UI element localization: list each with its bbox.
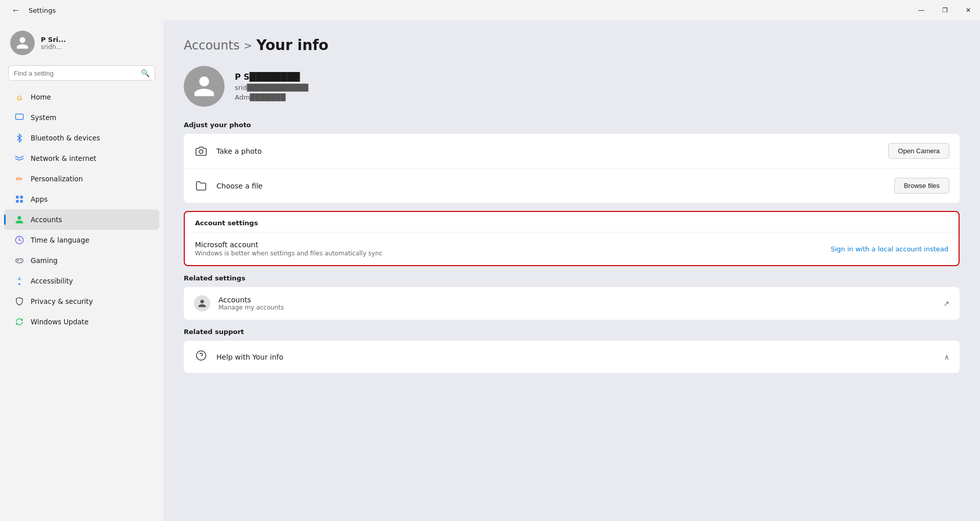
main-content: Accounts > Your info P S████████ srid███… [163, 20, 980, 521]
sidebar-item-network[interactable]: Network & internet [4, 148, 159, 169]
open-camera-action[interactable]: Open Camera [888, 143, 949, 159]
sidebar-item-apps[interactable]: Apps [4, 189, 159, 209]
avatar [10, 31, 35, 55]
svg-point-7 [199, 150, 203, 153]
adjust-photo-label: Adjust your photo [184, 121, 960, 129]
network-icon [14, 153, 24, 163]
camera-icon [194, 144, 208, 158]
sign-in-local-link[interactable]: Sign in with a local account instead [830, 245, 948, 253]
privacy-icon [14, 296, 24, 306]
nav-label-bluetooth: Bluetooth & devices [31, 134, 100, 142]
home-icon: ⌂ [14, 92, 24, 102]
open-camera-button[interactable]: Open Camera [888, 143, 949, 159]
apps-icon [14, 194, 24, 204]
sidebar-item-bluetooth[interactable]: Bluetooth & devices [4, 128, 159, 148]
browse-files-action[interactable]: Browse files [894, 178, 949, 194]
accessibility-icon [14, 276, 24, 286]
breadcrumb-current: Your info [256, 37, 328, 54]
user-profile[interactable]: P Sri... sridh... [0, 20, 163, 63]
nav-label-system: System [31, 113, 56, 122]
user-profile-email: srid████████████ [235, 84, 308, 91]
minimize-button[interactable]: — [910, 0, 933, 20]
photo-card: Take a photo Open Camera Choose a file B… [184, 134, 960, 203]
related-support-label: Related support [184, 328, 960, 336]
help-icon [194, 350, 208, 364]
user-name: P Sri... [41, 36, 66, 43]
nav-label-time: Time & language [31, 236, 89, 244]
close-button[interactable]: ✕ [957, 0, 980, 20]
nav-label-accounts: Accounts [31, 216, 62, 224]
microsoft-account-row: Microsoft account Windows is better when… [185, 232, 959, 265]
take-photo-label: Take a photo [216, 147, 880, 155]
related-settings-card: Accounts Manage my accounts ↗ [184, 287, 960, 320]
nav-section: ⌂ Home System Bluetooth & devices Netwo [0, 85, 163, 334]
gaming-icon [14, 255, 24, 266]
help-label: Help with Your info [216, 353, 936, 361]
chevron-up-icon: ∧ [944, 353, 949, 361]
time-icon [14, 235, 24, 245]
sidebar-item-home[interactable]: ⌂ Home [4, 87, 159, 107]
window-controls: — ❐ ✕ [910, 0, 980, 20]
back-button[interactable]: ← [8, 3, 23, 18]
sidebar: P Sri... sridh... 🔍 ⌂ Home System [0, 20, 163, 521]
help-card: Help with Your info ∧ [184, 341, 960, 373]
title-bar: ← Settings — ❐ ✕ [0, 0, 980, 20]
nav-label-home: Home [31, 93, 51, 101]
nav-label-gaming: Gaming [31, 256, 58, 265]
search-box[interactable]: 🔍 [8, 65, 155, 81]
microsoft-account-title: Microsoft account [195, 241, 822, 249]
breadcrumb: Accounts > Your info [184, 37, 960, 54]
svg-point-6 [19, 277, 20, 279]
account-settings-header: Account settings [185, 212, 959, 232]
external-link-icon: ↗ [943, 299, 949, 307]
nav-label-update: Windows Update [31, 318, 88, 326]
nav-label-apps: Apps [31, 195, 47, 203]
user-role: Adm███████ [235, 93, 308, 101]
svg-point-8 [197, 351, 206, 360]
browse-files-button[interactable]: Browse files [894, 178, 949, 194]
sidebar-item-system[interactable]: System [4, 107, 159, 128]
help-row[interactable]: Help with Your info ∧ [184, 341, 960, 373]
choose-file-label: Choose a file [216, 182, 886, 190]
sidebar-item-accounts[interactable]: Accounts [4, 209, 159, 230]
breadcrumb-separator: > [243, 39, 252, 52]
app-title: Settings [29, 7, 56, 14]
choose-file-row: Choose a file Browse files [184, 169, 960, 203]
update-icon [14, 317, 24, 327]
related-accounts-title: Accounts [218, 296, 935, 304]
user-full-name: P S████████ [235, 72, 308, 82]
folder-icon [194, 179, 208, 193]
user-info-avatar [184, 66, 225, 107]
sidebar-item-update[interactable]: Windows Update [4, 312, 159, 332]
search-input[interactable] [14, 69, 137, 77]
search-icon: 🔍 [141, 69, 150, 77]
accounts-icon [14, 215, 24, 225]
svg-rect-0 [16, 114, 23, 120]
sidebar-item-gaming[interactable]: Gaming [4, 250, 159, 271]
svg-rect-1 [16, 196, 18, 198]
microsoft-account-desc: Windows is better when settings and file… [195, 250, 822, 257]
svg-rect-2 [20, 196, 23, 198]
system-icon [14, 112, 24, 123]
sidebar-item-time[interactable]: Time & language [4, 230, 159, 250]
nav-label-privacy: Privacy & security [31, 297, 93, 305]
maximize-button[interactable]: ❐ [933, 0, 957, 20]
sidebar-item-personalization[interactable]: ✏️ Personalization [4, 169, 159, 189]
account-settings-card: Account settings Microsoft account Windo… [184, 211, 960, 266]
sidebar-item-privacy[interactable]: Privacy & security [4, 291, 159, 312]
svg-rect-3 [16, 200, 18, 203]
user-email: sridh... [41, 43, 66, 51]
personalization-icon: ✏️ [14, 174, 24, 184]
breadcrumb-parent: Accounts [184, 38, 239, 53]
related-settings-label: Related settings [184, 274, 960, 282]
bluetooth-icon [14, 133, 24, 143]
nav-label-accessibility: Accessibility [31, 277, 73, 285]
user-info-card: P S████████ srid████████████ Adm███████ [184, 66, 960, 107]
nav-label-personalization: Personalization [31, 175, 83, 183]
accounts-related-icon [194, 295, 210, 312]
sidebar-item-accessibility[interactable]: Accessibility [4, 271, 159, 291]
manage-accounts-row[interactable]: Accounts Manage my accounts ↗ [184, 287, 960, 320]
take-photo-row: Take a photo Open Camera [184, 134, 960, 169]
svg-rect-4 [20, 200, 23, 203]
nav-label-network: Network & internet [31, 154, 96, 162]
